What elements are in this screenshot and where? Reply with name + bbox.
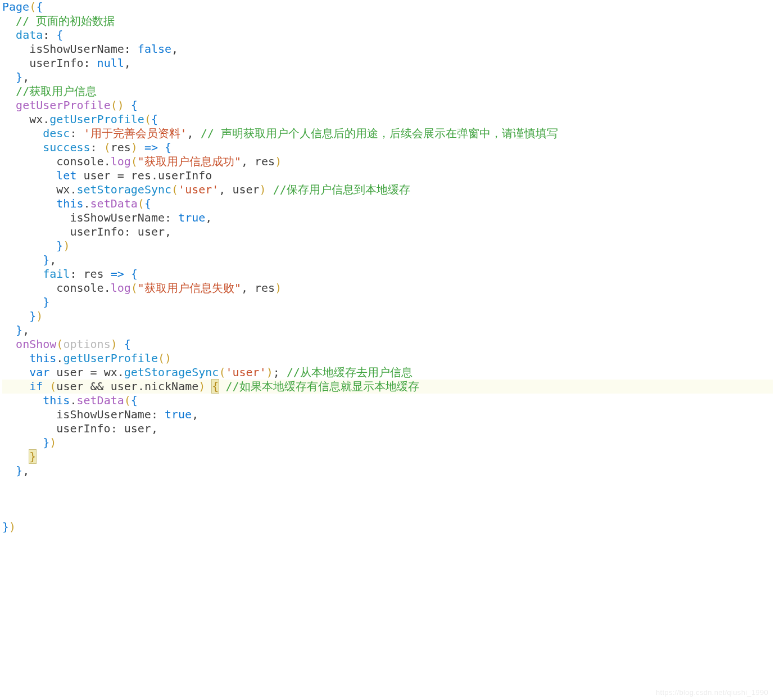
- ident-res: res: [84, 267, 104, 281]
- colon: :: [70, 127, 76, 140]
- ident-res: res: [131, 169, 151, 182]
- prop-isShowUserName: isShowUserName: [56, 408, 151, 421]
- comma: ,: [205, 211, 212, 224]
- ident-user: user: [232, 183, 259, 196]
- brace-open: {: [131, 267, 138, 281]
- dot: .: [151, 169, 158, 182]
- comma: ,: [22, 464, 29, 477]
- colon: :: [124, 225, 131, 238]
- str-user-key: 'user': [178, 183, 219, 196]
- paren-close: ): [275, 155, 282, 168]
- paren-close: ): [165, 351, 171, 365]
- ident-user: user: [111, 380, 138, 393]
- str-user-key: 'user': [225, 365, 266, 379]
- semi: ;: [273, 365, 280, 379]
- kw-this: this: [43, 394, 70, 407]
- str-desc: '用于完善会员资料': [84, 127, 187, 140]
- paren-open: (: [219, 365, 225, 379]
- prop-desc: desc: [43, 127, 70, 140]
- call-log: log: [111, 155, 131, 168]
- comma: ,: [49, 253, 56, 267]
- str-success: "获取用户信息成功": [138, 155, 241, 168]
- brace-open: {: [151, 112, 158, 126]
- colon: :: [43, 28, 49, 42]
- prop-userInfo: userInfo: [70, 225, 124, 238]
- paren-open: (: [49, 380, 56, 393]
- paren-open: (: [131, 155, 138, 168]
- brace-close: }: [56, 239, 63, 252]
- ident-console: console: [56, 281, 103, 295]
- ident-user: user: [84, 169, 111, 182]
- colon: :: [70, 267, 76, 281]
- call-log: log: [111, 281, 131, 295]
- paren-open: (: [111, 98, 117, 112]
- brace-open: {: [131, 394, 138, 407]
- paren-close: ): [198, 380, 205, 393]
- paren-close: ): [260, 183, 266, 196]
- dot: .: [84, 197, 90, 210]
- brace-close: }: [43, 253, 49, 267]
- brace-close: }: [16, 70, 22, 84]
- paren-open: (: [144, 112, 151, 126]
- paren-close: ): [9, 520, 16, 534]
- brace-open: {: [131, 98, 138, 112]
- token-page: Page: [2, 0, 29, 13]
- brace-close: }: [43, 436, 49, 449]
- ident-user: user: [124, 422, 151, 435]
- comma: ,: [241, 281, 248, 295]
- code-editor[interactable]: Page({ // 页面的初始数据 data: { isShowUserName…: [0, 0, 775, 534]
- brace-open: {: [124, 337, 131, 351]
- dot: .: [70, 394, 76, 407]
- dot: .: [43, 112, 49, 126]
- brace-open: {: [144, 197, 151, 210]
- highlighted-line: if (user && user.nickName) { //如果本地缓存有信息…: [2, 380, 773, 394]
- brace-close: }: [29, 309, 36, 323]
- arrow: =>: [144, 141, 158, 154]
- paren-close: ): [266, 365, 273, 379]
- prop-isShowUserName: isShowUserName: [29, 42, 124, 56]
- comma: ,: [22, 70, 29, 84]
- fn-onShow: onShow: [16, 337, 56, 351]
- paren-close: ): [131, 141, 138, 154]
- dot: .: [70, 183, 76, 196]
- call-setData: setData: [90, 197, 138, 210]
- comment: //从本地缓存去用户信息: [287, 365, 413, 379]
- comment: // 页面的初始数据: [16, 14, 115, 28]
- ident-res: res: [255, 281, 275, 295]
- kw-var: var: [29, 365, 49, 379]
- paren-open: (: [104, 141, 111, 154]
- dot: .: [104, 155, 111, 168]
- comment: //如果本地缓存有信息就显示本地缓存: [225, 380, 419, 393]
- comma: ,: [241, 155, 248, 168]
- prop-userInfo: userInfo: [56, 422, 110, 435]
- comment: //保存用户信息到本地缓存: [273, 183, 410, 196]
- prop-isShowUserName: isShowUserName: [70, 211, 165, 224]
- dot: .: [104, 281, 111, 295]
- dot: .: [117, 365, 124, 379]
- and: &&: [90, 380, 104, 393]
- ident-wx: wx: [56, 183, 70, 196]
- brace-open: {: [165, 141, 171, 154]
- eq: =: [90, 365, 97, 379]
- comma: ,: [192, 408, 198, 421]
- ident-user: user: [138, 225, 165, 238]
- comma: ,: [22, 323, 29, 337]
- ident-wx: wx: [29, 112, 43, 126]
- colon: :: [165, 211, 171, 224]
- paren-close: ): [275, 281, 282, 295]
- brace-highlight-close: }: [29, 450, 36, 463]
- paren-open: (: [56, 337, 63, 351]
- colon: :: [84, 56, 90, 70]
- brace-close: }: [2, 520, 9, 534]
- paren-close: ): [49, 436, 56, 449]
- fn-getUserProfile: getUserProfile: [16, 98, 111, 112]
- paren-open: (: [138, 197, 144, 210]
- brace-open: {: [36, 0, 43, 13]
- arrow: =>: [111, 267, 124, 281]
- call-setData: setData: [76, 394, 124, 407]
- brace-close: }: [43, 295, 49, 309]
- param-res: res: [111, 141, 131, 154]
- ident-user: user: [56, 380, 83, 393]
- prop-success: success: [43, 141, 90, 154]
- kw-if: if: [29, 380, 43, 393]
